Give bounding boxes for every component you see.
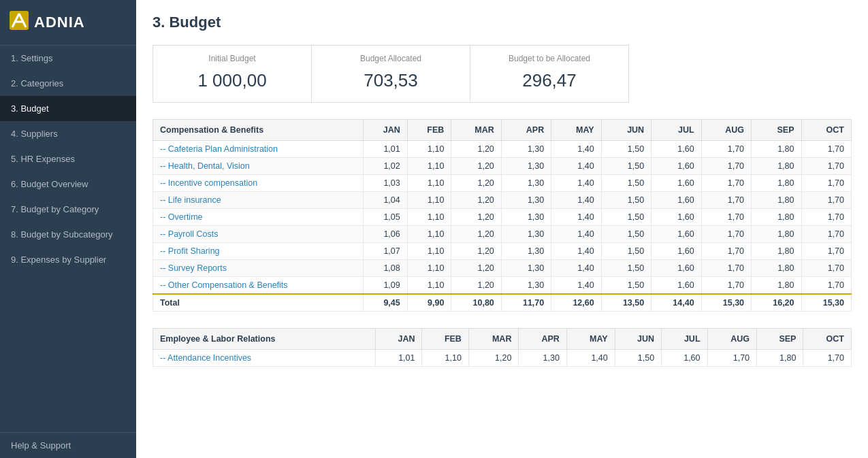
allocated-budget-label: Budget Allocated: [325, 54, 456, 63]
row-value: 1,40: [551, 260, 601, 277]
row-value: 1,05: [364, 209, 408, 226]
total-value: 11,70: [501, 294, 551, 312]
table-row: -- Payroll Costs1,061,101,201,301,401,50…: [153, 226, 852, 243]
row-value: 1,30: [519, 350, 566, 367]
row-value: 1,30: [501, 158, 551, 175]
row-value: 1,20: [451, 226, 501, 243]
row-value: 1,60: [662, 350, 707, 367]
compensation-table-wrapper: Compensation & Benefits JAN FEB MAR APR …: [152, 119, 852, 312]
col-jul-1: JUL: [652, 120, 701, 141]
row-value: 1,40: [551, 141, 601, 158]
row-label: -- Survey Reports: [153, 260, 364, 277]
row-value: 1,07: [364, 243, 408, 260]
col-oct-2: OCT: [803, 329, 852, 350]
sidebar-item-budget-by-subcategory[interactable]: 8. Budget by Subcategory: [0, 222, 136, 247]
sidebar-item-budget-overview[interactable]: 6. Budget Overview: [0, 171, 136, 197]
table-row: -- Health, Dental, Vision1,021,101,201,3…: [153, 158, 852, 175]
row-value: 1,60: [652, 260, 701, 277]
row-value: 1,10: [407, 209, 451, 226]
col-sep-2: SEP: [757, 329, 803, 350]
row-value: 1,80: [752, 226, 801, 243]
row-value: 1,50: [601, 277, 651, 295]
row-value: 1,50: [615, 350, 661, 367]
sidebar-item-budget[interactable]: 3. Budget: [0, 96, 136, 121]
sidebar-item-categories[interactable]: 2. Categories: [0, 71, 136, 96]
row-value: 1,60: [652, 192, 701, 209]
total-value: 9,45: [364, 294, 408, 312]
row-value: 1,80: [752, 277, 801, 295]
total-value: 16,20: [752, 294, 801, 312]
row-value: 1,50: [601, 175, 651, 192]
row-value: 1,30: [501, 243, 551, 260]
total-value: 15,30: [701, 294, 751, 312]
row-value: 1,50: [601, 192, 651, 209]
row-value: 1,60: [652, 209, 701, 226]
row-value: 1,70: [701, 243, 751, 260]
col-jul-2: JUL: [662, 329, 707, 350]
logo-area: ADNIA: [0, 0, 136, 46]
row-value: 1,10: [407, 158, 451, 175]
row-value: 1,70: [801, 243, 851, 260]
row-value: 1,10: [407, 243, 451, 260]
row-value: 1,50: [601, 158, 651, 175]
row-value: 1,20: [451, 175, 501, 192]
logo-icon: [10, 11, 29, 34]
row-value: 1,80: [752, 209, 801, 226]
row-value: 1,10: [407, 192, 451, 209]
row-value: 1,70: [701, 277, 751, 295]
row-label: -- Profit Sharing: [153, 243, 364, 260]
row-value: 1,20: [451, 209, 501, 226]
row-label: -- Health, Dental, Vision: [153, 158, 364, 175]
sidebar-item-settings[interactable]: 1. Settings: [0, 46, 136, 71]
row-label: -- Other Compensation & Benefits: [153, 277, 364, 295]
row-value: 1,10: [407, 175, 451, 192]
row-value: 1,40: [551, 277, 601, 295]
row-value: 1,40: [551, 192, 601, 209]
row-value: 1,01: [376, 350, 422, 367]
total-value: 10,80: [451, 294, 501, 312]
table-row: -- Cafeteria Plan Administration1,011,10…: [153, 141, 852, 158]
row-value: 1,20: [451, 158, 501, 175]
total-value: 12,60: [551, 294, 601, 312]
row-label: -- Payroll Costs: [153, 226, 364, 243]
row-value: 1,70: [801, 141, 851, 158]
sidebar-item-expenses-by-supplier[interactable]: 9. Expenses by Supplier: [0, 247, 136, 272]
total-value: 14,40: [652, 294, 701, 312]
sidebar-item-budget-by-category[interactable]: 7. Budget by Category: [0, 197, 136, 222]
row-value: 1,50: [601, 209, 651, 226]
sidebar-item-help[interactable]: Help & Support: [0, 432, 136, 458]
row-value: 1,80: [757, 350, 803, 367]
row-value: 1,70: [701, 226, 751, 243]
table-row: -- Incentive compensation1,031,101,201,3…: [153, 175, 852, 192]
row-value: 1,10: [422, 350, 468, 367]
col-mar-1: MAR: [451, 120, 501, 141]
col-jun-2: JUN: [615, 329, 661, 350]
row-value: 1,70: [701, 175, 751, 192]
row-value: 1,60: [652, 141, 701, 158]
row-value: 1,60: [652, 158, 701, 175]
row-value: 1,60: [652, 226, 701, 243]
row-value: 1,70: [801, 209, 851, 226]
main-content: 3. Budget Initial Budget 1 000,00 Budget…: [136, 0, 868, 458]
col-category-2: Employee & Labor Relations: [153, 329, 376, 350]
col-mar-2: MAR: [468, 329, 519, 350]
col-apr-1: APR: [501, 120, 551, 141]
row-value: 1,60: [652, 277, 701, 295]
row-value: 1,04: [364, 192, 408, 209]
sidebar-item-hr-expenses[interactable]: 5. HR Expenses: [0, 146, 136, 171]
to-be-allocated-card: Budget to be Allocated 296,47: [470, 46, 628, 102]
row-value: 1,40: [551, 175, 601, 192]
row-value: 1,70: [801, 192, 851, 209]
row-value: 1,30: [501, 260, 551, 277]
sidebar-item-suppliers[interactable]: 4. Suppliers: [0, 121, 136, 146]
row-value: 1,08: [364, 260, 408, 277]
row-value: 1,50: [601, 243, 651, 260]
row-value: 1,10: [407, 277, 451, 295]
row-value: 1,70: [701, 158, 751, 175]
row-value: 1,60: [652, 243, 701, 260]
row-value: 1,30: [501, 209, 551, 226]
total-value: 15,30: [801, 294, 851, 312]
col-jan-2: JAN: [376, 329, 422, 350]
row-value: 1,40: [566, 350, 615, 367]
row-label: -- Life insurance: [153, 192, 364, 209]
